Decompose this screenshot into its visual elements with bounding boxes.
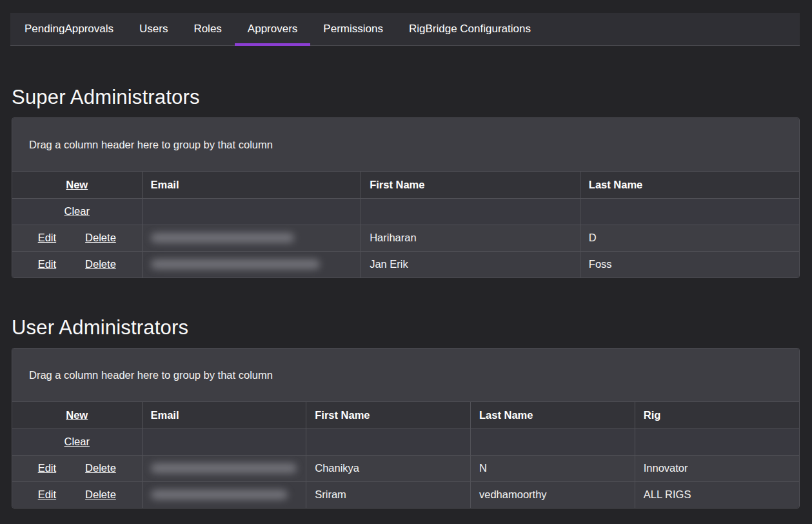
clear-filter-link[interactable]: Clear <box>64 436 90 447</box>
edit-row-link[interactable]: Edit <box>38 489 56 501</box>
tab-users[interactable]: Users <box>126 13 181 45</box>
email-cell <box>142 481 306 508</box>
delete-row-link[interactable]: Delete <box>85 232 116 244</box>
table-row: EditDeleteJan ErikFoss <box>12 251 799 277</box>
tab-rigbridge-configurations[interactable]: RigBridge Configurations <box>396 13 544 45</box>
edit-row-link[interactable]: Edit <box>38 258 56 270</box>
column-header-rig[interactable]: Rig <box>635 402 799 428</box>
column-header-email[interactable]: Email <box>142 402 306 428</box>
filter-cell-last-name[interactable] <box>580 198 799 225</box>
email-cell <box>142 225 361 251</box>
delete-row-link[interactable]: Delete <box>85 258 116 270</box>
data-cell: Foss <box>580 251 799 277</box>
column-header-first-name[interactable]: First Name <box>306 402 471 428</box>
redacted-email <box>151 259 320 269</box>
tab-permissions[interactable]: Permissions <box>310 13 396 45</box>
admin-section: User AdministratorsDrag a column header … <box>12 278 800 509</box>
data-grid: Drag a column header here to group by th… <box>12 348 800 509</box>
action-header-cell: New <box>12 172 142 198</box>
table-row: EditDeleteSriramvedhamoorthyALL RIGS <box>12 481 799 508</box>
email-cell <box>142 455 306 481</box>
grid-table: NewEmailFirst NameLast NameClearEditDele… <box>12 172 799 277</box>
redacted-email <box>151 463 297 473</box>
filter-cell-first-name[interactable] <box>361 198 580 225</box>
data-cell: Chanikya <box>306 455 471 481</box>
data-cell: Sriram <box>306 481 471 508</box>
filter-cell-last-name[interactable] <box>471 428 635 455</box>
filter-row: Clear <box>12 428 799 455</box>
header-row: NewEmailFirst NameLast Name <box>12 172 799 198</box>
content: Super AdministratorsDrag a column header… <box>12 46 800 509</box>
edit-row-link[interactable]: Edit <box>38 462 56 474</box>
data-cell: vedhamoorthy <box>471 481 635 508</box>
delete-row-link[interactable]: Delete <box>85 489 116 501</box>
delete-row-link[interactable]: Delete <box>85 462 116 474</box>
data-grid: Drag a column header here to group by th… <box>12 117 800 278</box>
section-title: User Administrators <box>12 278 800 339</box>
column-header-first-name[interactable]: First Name <box>361 172 580 198</box>
tab-pendingapprovals[interactable]: PendingApprovals <box>12 13 126 45</box>
column-header-email[interactable]: Email <box>142 172 361 198</box>
section-title: Super Administrators <box>12 46 800 109</box>
filter-cell-first-name[interactable] <box>306 428 471 455</box>
column-header-last-name[interactable]: Last Name <box>580 172 799 198</box>
data-cell: Jan Erik <box>361 251 580 277</box>
tab-approvers[interactable]: Approvers <box>235 13 310 45</box>
new-row-link[interactable]: New <box>66 409 88 421</box>
column-header-last-name[interactable]: Last Name <box>471 402 635 428</box>
group-by-panel[interactable]: Drag a column header here to group by th… <box>12 118 799 172</box>
filter-cell-rig[interactable] <box>635 428 799 455</box>
new-row-link[interactable]: New <box>66 179 88 190</box>
row-actions-cell: EditDelete <box>12 251 142 277</box>
row-actions-cell: EditDelete <box>12 225 142 251</box>
filter-action-cell: Clear <box>12 428 142 455</box>
redacted-email <box>151 233 294 243</box>
redacted-email <box>151 490 288 499</box>
filter-action-cell: Clear <box>12 198 142 225</box>
filter-row: Clear <box>12 198 799 225</box>
admin-section: Super AdministratorsDrag a column header… <box>12 46 800 278</box>
email-cell <box>142 251 361 277</box>
header-row: NewEmailFirst NameLast NameRig <box>12 402 799 428</box>
tab-roles[interactable]: Roles <box>181 13 234 45</box>
edit-row-link[interactable]: Edit <box>38 232 56 244</box>
group-by-panel[interactable]: Drag a column header here to group by th… <box>12 348 799 402</box>
filter-cell-email[interactable] <box>142 198 361 225</box>
data-cell: Hariharan <box>361 225 580 251</box>
row-actions-cell: EditDelete <box>12 455 142 481</box>
grid-table: NewEmailFirst NameLast NameRigClearEditD… <box>12 402 799 508</box>
filter-cell-email[interactable] <box>142 428 306 455</box>
action-header-cell: New <box>12 402 142 428</box>
table-row: EditDeleteHariharanD <box>12 225 799 251</box>
clear-filter-link[interactable]: Clear <box>64 205 90 217</box>
group-by-hint: Drag a column header here to group by th… <box>29 369 273 381</box>
data-cell: Innovator <box>635 455 799 481</box>
data-cell: N <box>471 455 635 481</box>
data-cell: ALL RIGS <box>635 481 799 508</box>
table-row: EditDeleteChanikyaNInnovator <box>12 455 799 481</box>
group-by-hint: Drag a column header here to group by th… <box>29 139 273 151</box>
top-nav: PendingApprovalsUsersRolesApproversPermi… <box>10 13 800 46</box>
row-actions-cell: EditDelete <box>12 481 142 508</box>
data-cell: D <box>580 225 799 251</box>
